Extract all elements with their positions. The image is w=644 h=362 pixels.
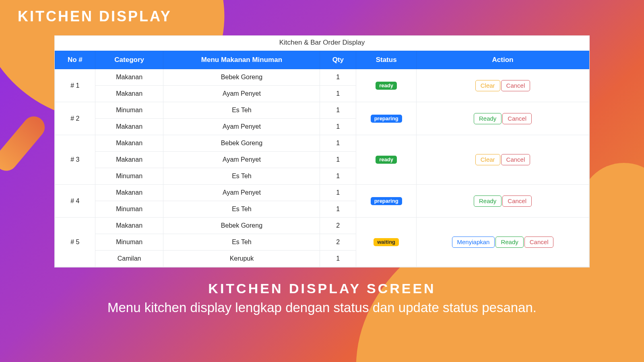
col-header-no: No #	[55, 51, 95, 69]
cell-menu: Bebek Goreng	[163, 135, 320, 152]
table-row: # 2MinumanEs Teh1preparingReadyCancel	[55, 102, 589, 119]
panel-title: Kitchen & Bar Order Display	[55, 36, 589, 51]
status-badge: waiting	[374, 238, 399, 246]
status-badge: ready	[376, 82, 397, 90]
cell-menu: Ayam Penyet	[163, 119, 320, 135]
ready-button[interactable]: Ready	[474, 195, 502, 207]
clear-button[interactable]: Clear	[475, 80, 500, 91]
cell-order-no: # 3	[55, 135, 95, 185]
cancel-button[interactable]: Cancel	[501, 80, 530, 91]
menyiapkan-button[interactable]: Menyiapkan	[452, 237, 495, 248]
page-title: KITCHEN DISPLAY	[18, 8, 172, 25]
cell-order-no: # 2	[55, 102, 95, 135]
cell-order-no: # 1	[55, 69, 95, 102]
cell-category: Makanan	[95, 152, 163, 168]
cell-qty: 1	[320, 251, 356, 267]
table-row: # 4MakananAyam Penyet1preparingReadyCanc…	[55, 185, 589, 201]
cell-qty: 1	[320, 119, 356, 135]
table-row: # 3MakananBebek Goreng1readyClearCancel	[55, 135, 589, 152]
cell-category: Makanan	[95, 218, 163, 234]
cell-status: preparing	[356, 102, 417, 135]
cell-qty: 2	[320, 234, 356, 251]
cell-qty: 1	[320, 135, 356, 152]
status-badge: ready	[376, 156, 397, 164]
cancel-button[interactable]: Cancel	[502, 195, 532, 207]
cell-order-no: # 4	[55, 185, 95, 218]
orders-table-head: No # Category Menu Makanan Minuman Qty S…	[55, 51, 589, 69]
cell-menu: Es Teh	[163, 168, 320, 185]
cell-status: waiting	[356, 218, 417, 267]
table-row: # 5MakananBebek Goreng2waitingMenyiapkan…	[55, 218, 589, 234]
cell-actions: ClearCancel	[417, 69, 589, 102]
cell-menu: Es Teh	[163, 102, 320, 119]
cell-actions: ReadyCancel	[417, 102, 589, 135]
orders-table: No # Category Menu Makanan Minuman Qty S…	[55, 51, 589, 267]
status-badge: preparing	[371, 197, 402, 205]
cell-category: Minuman	[95, 102, 163, 119]
cell-actions: MenyiapkanReadyCancel	[417, 218, 589, 267]
caption-title: KITCHEN DISPLAY SCREEN	[0, 281, 644, 296]
cell-qty: 1	[320, 86, 356, 102]
cell-category: Makanan	[95, 119, 163, 135]
cell-status: ready	[356, 69, 417, 102]
cell-category: Camilan	[95, 251, 163, 267]
cell-menu: Es Teh	[163, 201, 320, 218]
cell-menu: Es Teh	[163, 234, 320, 251]
cancel-button[interactable]: Cancel	[502, 113, 532, 124]
cell-menu: Bebek Goreng	[163, 69, 320, 86]
cell-qty: 1	[320, 152, 356, 168]
ready-button[interactable]: Ready	[474, 113, 502, 124]
caption-subtitle: Menu kitchen display lengkap dengan stat…	[0, 300, 644, 315]
cell-category: Makanan	[95, 185, 163, 201]
cancel-button[interactable]: Cancel	[501, 154, 530, 165]
orders-table-body: # 1MakananBebek Goreng1readyClearCancelM…	[55, 69, 589, 267]
cell-menu: Ayam Penyet	[163, 152, 320, 168]
cell-actions: ReadyCancel	[417, 185, 589, 218]
table-row: # 1MakananBebek Goreng1readyClearCancel	[55, 69, 589, 86]
col-header-status: Status	[356, 51, 417, 69]
cell-category: Makanan	[95, 69, 163, 86]
cell-category: Makanan	[95, 86, 163, 102]
col-header-action: Action	[417, 51, 589, 69]
cell-qty: 1	[320, 168, 356, 185]
cell-status: ready	[356, 135, 417, 185]
cell-actions: ClearCancel	[417, 135, 589, 185]
cell-category: Minuman	[95, 168, 163, 185]
col-header-menu: Menu Makanan Minuman	[163, 51, 320, 69]
cell-status: preparing	[356, 185, 417, 218]
cell-category: Minuman	[95, 201, 163, 218]
cell-category: Makanan	[95, 135, 163, 152]
ready-button[interactable]: Ready	[495, 237, 523, 248]
cell-order-no: # 5	[55, 218, 95, 267]
orders-panel: Kitchen & Bar Order Display No # Categor…	[54, 35, 590, 267]
cell-menu: Ayam Penyet	[163, 185, 320, 201]
cell-qty: 1	[320, 102, 356, 119]
col-header-qty: Qty	[320, 51, 356, 69]
decorative-pill	[0, 112, 49, 175]
status-badge: preparing	[371, 115, 402, 123]
cell-qty: 1	[320, 201, 356, 218]
cell-qty: 1	[320, 185, 356, 201]
cell-qty: 1	[320, 69, 356, 86]
cancel-button[interactable]: Cancel	[524, 237, 554, 248]
cell-qty: 2	[320, 218, 356, 234]
col-header-category: Category	[95, 51, 163, 69]
cell-category: Minuman	[95, 234, 163, 251]
cell-menu: Bebek Goreng	[163, 218, 320, 234]
cell-menu: Kerupuk	[163, 251, 320, 267]
clear-button[interactable]: Clear	[475, 154, 500, 165]
cell-menu: Ayam Penyet	[163, 86, 320, 102]
